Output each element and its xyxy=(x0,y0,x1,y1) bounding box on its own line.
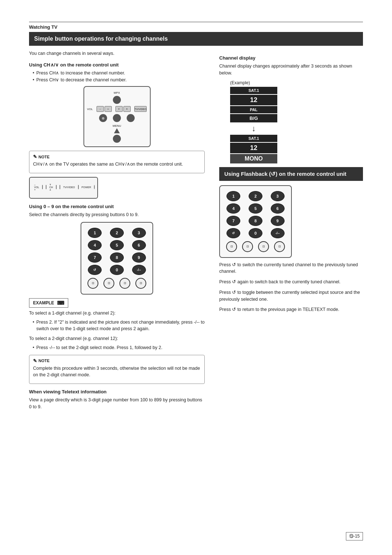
zero-nine-note-box: ✎ NOTE Complete this procedure within 3 … xyxy=(29,355,205,384)
numpad-btn-8: 8 xyxy=(110,252,124,263)
ch-sat-after: SAT.1 xyxy=(230,135,277,142)
left-column: You can change channels in several ways.… xyxy=(29,50,205,413)
left-circle-btn: ⊕ xyxy=(99,114,107,122)
channel-display-heading: Channel display xyxy=(219,55,363,61)
zero-nine-note-text: Complete this procedure within 3 seconds… xyxy=(33,365,201,379)
center-circle-btn xyxy=(113,114,121,122)
numpad-remote-illustration: 1 2 3 4 5 6 7 8 9 ↺ 0 -/-- ⊡ ⊡ ⊡ ⊡ xyxy=(81,222,153,295)
tv-video-btn: TV/VIDEO xyxy=(134,106,147,112)
numpad-btn-dash: -/-- xyxy=(132,265,146,275)
ch-note-box: ✎ NOTE CH∨/∧ on the TV operates the same… xyxy=(29,151,205,173)
ch-note-text: CH∨/∧ on the TV operates the same as CH∨… xyxy=(33,161,201,168)
fl-numpad-btn-9: 9 xyxy=(271,216,285,226)
page-number: ⑬-15 xyxy=(346,532,363,540)
example-bullet-list: Press 2. If "2" is indicated and the pic… xyxy=(29,319,205,333)
tv-front-illustration: – VOL + ∨ CH ∧ TV/VIDEO POWER xyxy=(29,177,98,199)
ch-sat-before: SAT.1 xyxy=(230,87,277,94)
ch-pal-before: PAL xyxy=(230,106,277,113)
ch-bullets: Press CH∧ to increase the channel number… xyxy=(29,70,205,84)
channel-display-text: Channel display changes approximately af… xyxy=(219,63,363,77)
ch-after-display: SAT.1 12 MONO xyxy=(230,135,363,163)
ch-mono-after: MONO xyxy=(230,154,277,163)
example-text-2: To select a 2-digit channel (e.g. channe… xyxy=(29,335,205,342)
fl-numpad-btn-1: 1 xyxy=(226,191,240,201)
fl-numpad-btn-6: 6 xyxy=(271,203,285,214)
ch-remote-illustration: MPX VOL − + ∨ ∧ TV/VIDEO ⊕ xyxy=(83,86,151,147)
numpad-btn-flashback: ↺ xyxy=(88,265,102,275)
example-box: EXAMPLE ⌨ xyxy=(29,298,68,308)
menu-triangle xyxy=(114,128,120,133)
fl-numpad-icon-row: ⊡ ⊡ ⊡ ⊡ xyxy=(224,241,287,252)
watching-tv-label: Watching TV xyxy=(29,22,363,30)
ch-num-before: 12 xyxy=(230,95,277,105)
fl-numpad-icon-3: ⊡ xyxy=(258,241,269,252)
flashback-para-1: Press ↺ to switch the currently tuned ch… xyxy=(219,262,363,275)
numpad-btn-4: 4 xyxy=(88,240,102,250)
ch-rocker: ∨ ∧ xyxy=(115,106,131,112)
mpx-btn xyxy=(113,96,121,104)
example-bullet-2: Press -/-- to set the 2-digit select mod… xyxy=(33,344,205,351)
channel-display-diagram: (Example) SAT.1 12 PAL B/G ↓ SAT.1 12 MO… xyxy=(230,80,363,163)
numpad-icon-2: ⊡ xyxy=(103,278,114,289)
flashback-para-4: Press ↺ to return to the previous page i… xyxy=(219,306,363,313)
ch-before-display: SAT.1 12 PAL B/G xyxy=(230,87,363,122)
flashback-para-3: Press ↺ to toggle between the currently … xyxy=(219,289,363,303)
numpad-btn-3: 3 xyxy=(132,228,146,238)
fl-numpad-btn-0: 0 xyxy=(249,228,262,238)
flashback-numpad-grid: 1 2 3 4 5 6 7 8 9 ↺ 0 -/-- xyxy=(224,191,287,238)
ch-example-label: (Example) xyxy=(230,80,363,85)
numpad-btn-6: 6 xyxy=(132,240,146,250)
numpad-btn-1: 1 xyxy=(88,228,102,238)
ch-bullet-2: Press CH∨ to decrease the channel number… xyxy=(33,77,205,84)
example-text-1: To select a 1-digit channel (e.g. channe… xyxy=(29,310,205,317)
vol-rocker: − + xyxy=(97,106,112,112)
zero-nine-intro: Select the channels directly by pressing… xyxy=(29,211,205,218)
ch-arrow-down: ↓ xyxy=(230,124,277,133)
numpad-btn-9: 9 xyxy=(132,252,146,263)
ch-bullet-1: Press CH∧ to increase the channel number… xyxy=(33,70,205,77)
example-bullet-1: Press 2. If "2" is indicated and the pic… xyxy=(33,319,205,333)
fl-numpad-btn-2: 2 xyxy=(249,191,262,201)
teletext-heading: When viewing Teletext information xyxy=(29,389,205,394)
fl-numpad-btn-7: 7 xyxy=(226,216,240,226)
fl-numpad-btn-dash: -/-- xyxy=(271,228,285,238)
fl-numpad-btn-4: 4 xyxy=(226,203,240,214)
main-heading: Simple button operations for changing ch… xyxy=(29,32,363,46)
ch-section-heading: Using CH∧/∨ on the remote control unit xyxy=(29,62,205,68)
numpad-btn-7: 7 xyxy=(88,252,102,263)
flashback-para-2: Press ↺ again to switch back to the curr… xyxy=(219,279,363,285)
fl-numpad-icon-4: ⊡ xyxy=(274,241,285,252)
numpad-icon-row: ⊡ ⊡ ⊡ ⊡ xyxy=(85,278,149,289)
example-icon: ⌨ xyxy=(57,300,64,306)
fl-numpad-btn-3: 3 xyxy=(271,191,285,201)
example-bullet-list-2: Press -/-- to set the 2-digit select mod… xyxy=(29,344,205,351)
numpad-btn-5: 5 xyxy=(110,240,124,250)
teletext-text: View a page directly which is 3-digit pa… xyxy=(29,397,205,410)
flashback-heading: Using Flashback (↺) on the remote contro… xyxy=(219,167,363,181)
fl-numpad-btn-flashback: ↺ xyxy=(226,228,240,238)
numpad-icon-4: ⊡ xyxy=(135,278,146,289)
numpad-icon-1: ⊡ xyxy=(87,278,98,289)
zero-nine-heading: Using 0 – 9 on the remote control unit xyxy=(29,204,205,209)
numpad-grid: 1 2 3 4 5 6 7 8 9 ↺ 0 -/-- xyxy=(85,228,149,275)
menu-circle xyxy=(113,135,121,143)
numpad-icon-3: ⊡ xyxy=(119,278,130,289)
ch-num-after: 12 xyxy=(230,143,277,153)
ch-bg-before: B/G xyxy=(230,114,277,122)
fl-numpad-btn-8: 8 xyxy=(249,216,262,226)
flashback-numpad-remote: 1 2 3 4 5 6 7 8 9 ↺ 0 -/-- ⊡ ⊡ ⊡ ⊡ xyxy=(219,185,292,258)
fl-numpad-icon-2: ⊡ xyxy=(242,241,253,252)
right-column: Channel display Channel display changes … xyxy=(219,50,363,413)
fl-numpad-icon-1: ⊡ xyxy=(226,241,237,252)
numpad-btn-2: 2 xyxy=(110,228,124,238)
right-circle-btn xyxy=(127,114,135,122)
intro-text: You can change channels in several ways. xyxy=(29,50,205,57)
numpad-btn-0: 0 xyxy=(110,265,124,275)
fl-numpad-btn-5: 5 xyxy=(249,203,262,214)
